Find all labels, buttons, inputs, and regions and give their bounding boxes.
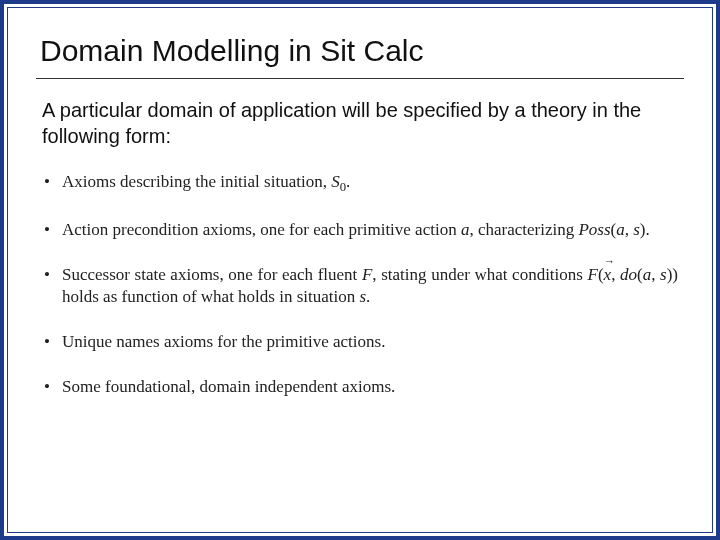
bullet-text: Action precondition axioms, one for each… [62, 220, 461, 239]
bullet-text: Axioms describing the initial situation, [62, 172, 331, 191]
slide-title: Domain Modelling in Sit Calc [40, 34, 684, 68]
intro-text: A particular domain of application will … [42, 97, 678, 149]
math-s0: S0 [331, 172, 346, 191]
bullet-text: Some foundational, domain independent ax… [62, 377, 395, 396]
bullet-text: Unique names axioms for the primitive ac… [62, 332, 385, 351]
list-item: Axioms describing the initial situation,… [42, 171, 678, 197]
slide-frame: Domain Modelling in Sit Calc A particula… [0, 0, 720, 540]
slide-inner: Domain Modelling in Sit Calc A particula… [7, 7, 713, 533]
bullet-list: Axioms describing the initial situation,… [36, 171, 684, 399]
list-item: Action precondition axioms, one for each… [42, 219, 678, 242]
bullet-text: Successor state axioms, one for each flu… [62, 265, 362, 284]
list-item: Successor state axioms, one for each flu… [42, 264, 678, 310]
list-item: Unique names axioms for the primitive ac… [42, 331, 678, 354]
title-divider [36, 78, 684, 79]
vector-x: x [604, 264, 612, 287]
list-item: Some foundational, domain independent ax… [42, 376, 678, 399]
